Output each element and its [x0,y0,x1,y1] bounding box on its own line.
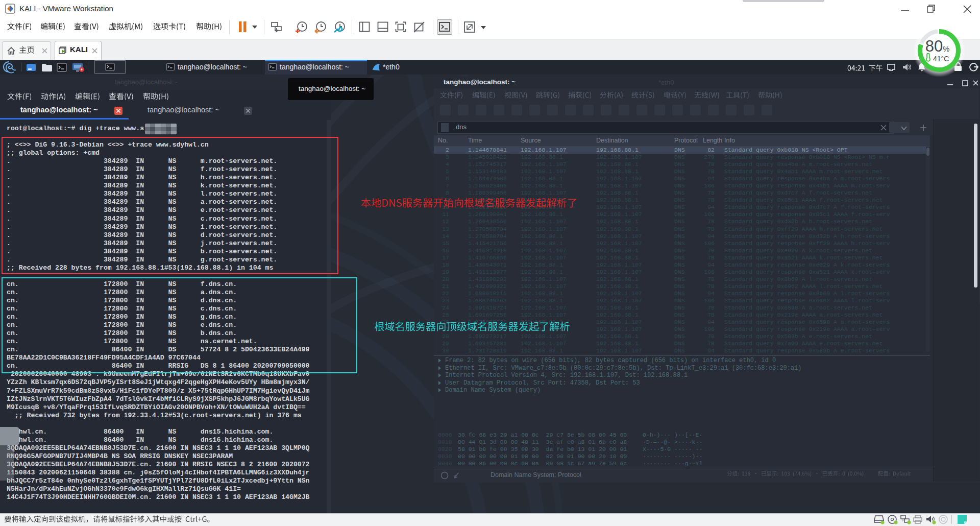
svg-text:80: 80 [925,37,943,55]
svg-text:%: % [943,44,949,53]
svg-text:41°C: 41°C [933,55,949,63]
